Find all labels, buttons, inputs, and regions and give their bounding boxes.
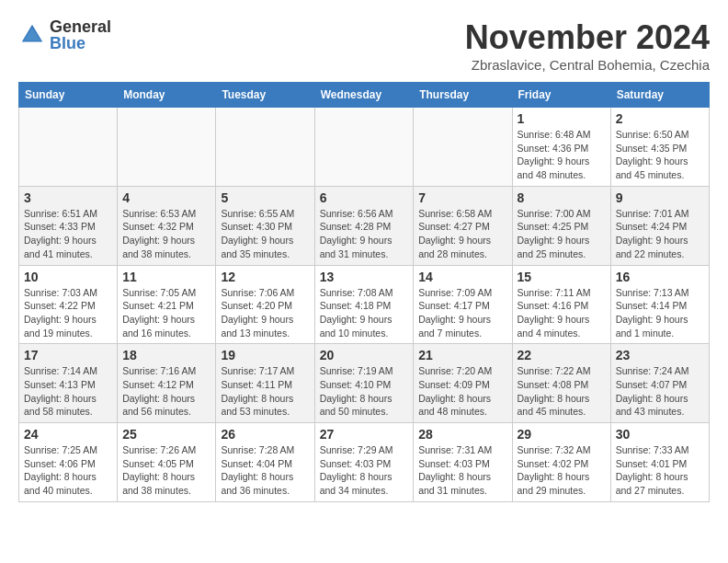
calendar-cell: 16Sunrise: 7:13 AM Sunset: 4:14 PM Dayli… [610, 265, 709, 344]
day-info: Sunrise: 7:32 AM Sunset: 4:02 PM Dayligh… [518, 443, 606, 498]
calendar-cell: 29Sunrise: 7:32 AM Sunset: 4:02 PM Dayli… [512, 423, 610, 502]
calendar-cell [118, 108, 216, 187]
calendar-cell: 1Sunrise: 6:48 AM Sunset: 4:36 PM Daylig… [512, 108, 610, 187]
day-info: Sunrise: 7:28 AM Sunset: 4:04 PM Dayligh… [221, 443, 309, 498]
day-number: 21 [418, 348, 506, 362]
week-row-4: 17Sunrise: 7:14 AM Sunset: 4:13 PM Dayli… [19, 344, 710, 423]
calendar-cell: 23Sunrise: 7:24 AM Sunset: 4:07 PM Dayli… [610, 344, 709, 423]
calendar-cell: 19Sunrise: 7:17 AM Sunset: 4:11 PM Dayli… [216, 344, 314, 423]
calendar-cell [19, 108, 118, 187]
calendar-cell: 20Sunrise: 7:19 AM Sunset: 4:10 PM Dayli… [314, 344, 414, 423]
day-info: Sunrise: 7:16 AM Sunset: 4:12 PM Dayligh… [122, 364, 210, 419]
title-block: November 2024 Zbraslavice, Central Bohem… [465, 18, 710, 73]
day-info: Sunrise: 6:50 AM Sunset: 4:35 PM Dayligh… [616, 128, 704, 182]
day-info: Sunrise: 7:05 AM Sunset: 4:21 PM Dayligh… [122, 286, 210, 340]
day-number: 16 [616, 270, 704, 284]
calendar-table: SundayMondayTuesdayWednesdayThursdayFrid… [18, 82, 710, 502]
calendar-cell: 27Sunrise: 7:29 AM Sunset: 4:03 PM Dayli… [314, 423, 414, 502]
day-info: Sunrise: 6:58 AM Sunset: 4:27 PM Dayligh… [418, 207, 506, 261]
day-info: Sunrise: 7:29 AM Sunset: 4:03 PM Dayligh… [320, 443, 409, 498]
day-number: 17 [24, 348, 112, 362]
calendar-cell: 22Sunrise: 7:22 AM Sunset: 4:08 PM Dayli… [512, 344, 610, 423]
calendar-cell: 30Sunrise: 7:33 AM Sunset: 4:01 PM Dayli… [610, 423, 709, 502]
day-number: 5 [221, 190, 309, 205]
day-number: 4 [122, 190, 210, 205]
calendar-cell: 25Sunrise: 7:26 AM Sunset: 4:05 PM Dayli… [118, 423, 216, 502]
calendar-cell: 6Sunrise: 6:56 AM Sunset: 4:28 PM Daylig… [314, 186, 414, 265]
calendar-cell: 10Sunrise: 7:03 AM Sunset: 4:22 PM Dayli… [19, 265, 118, 344]
day-info: Sunrise: 7:14 AM Sunset: 4:13 PM Dayligh… [24, 364, 112, 419]
calendar-cell: 18Sunrise: 7:16 AM Sunset: 4:12 PM Dayli… [118, 344, 216, 423]
day-info: Sunrise: 7:01 AM Sunset: 4:24 PM Dayligh… [616, 207, 704, 261]
day-info: Sunrise: 6:48 AM Sunset: 4:36 PM Dayligh… [518, 128, 606, 182]
week-row-5: 24Sunrise: 7:25 AM Sunset: 4:06 PM Dayli… [19, 423, 710, 502]
weekday-header-monday: Monday [118, 83, 216, 108]
day-number: 10 [24, 270, 112, 284]
weekday-header-tuesday: Tuesday [216, 83, 314, 108]
week-row-2: 3Sunrise: 6:51 AM Sunset: 4:33 PM Daylig… [19, 186, 710, 265]
logo: General Blue [18, 18, 111, 52]
day-number: 2 [616, 111, 704, 126]
day-info: Sunrise: 6:51 AM Sunset: 4:33 PM Dayligh… [24, 207, 112, 261]
day-number: 28 [418, 427, 506, 442]
day-info: Sunrise: 7:20 AM Sunset: 4:09 PM Dayligh… [418, 364, 506, 419]
day-number: 19 [221, 348, 309, 362]
day-info: Sunrise: 7:19 AM Sunset: 4:10 PM Dayligh… [320, 364, 409, 419]
logo-text: General Blue [50, 18, 111, 52]
weekday-header-saturday: Saturday [610, 83, 709, 108]
day-info: Sunrise: 6:53 AM Sunset: 4:32 PM Dayligh… [122, 207, 210, 261]
logo-general: General [50, 18, 111, 35]
day-info: Sunrise: 6:55 AM Sunset: 4:30 PM Dayligh… [221, 207, 309, 261]
day-info: Sunrise: 7:26 AM Sunset: 4:05 PM Dayligh… [122, 443, 210, 498]
page-header: General Blue November 2024 Zbraslavice, … [18, 18, 710, 73]
day-info: Sunrise: 7:17 AM Sunset: 4:11 PM Dayligh… [221, 364, 309, 419]
logo-blue: Blue [50, 35, 111, 52]
month-title: November 2024 [465, 18, 710, 57]
weekday-header-thursday: Thursday [414, 83, 512, 108]
day-number: 25 [122, 427, 210, 442]
calendar-cell: 4Sunrise: 6:53 AM Sunset: 4:32 PM Daylig… [118, 186, 216, 265]
day-number: 26 [221, 427, 309, 442]
calendar-cell [414, 108, 512, 187]
weekday-header-wednesday: Wednesday [314, 83, 414, 108]
calendar-cell: 28Sunrise: 7:31 AM Sunset: 4:03 PM Dayli… [414, 423, 512, 502]
day-number: 20 [320, 348, 409, 362]
day-number: 7 [418, 190, 506, 205]
day-number: 27 [320, 427, 409, 442]
week-row-3: 10Sunrise: 7:03 AM Sunset: 4:22 PM Dayli… [19, 265, 710, 344]
calendar-cell [314, 108, 414, 187]
calendar-cell: 2Sunrise: 6:50 AM Sunset: 4:35 PM Daylig… [610, 108, 709, 187]
day-number: 6 [320, 190, 409, 205]
day-number: 11 [122, 270, 210, 284]
week-row-1: 1Sunrise: 6:48 AM Sunset: 4:36 PM Daylig… [19, 108, 710, 187]
day-number: 12 [221, 270, 309, 284]
day-number: 15 [518, 270, 606, 284]
day-number: 1 [518, 111, 606, 126]
day-info: Sunrise: 7:03 AM Sunset: 4:22 PM Dayligh… [24, 286, 112, 340]
calendar-cell: 11Sunrise: 7:05 AM Sunset: 4:21 PM Dayli… [118, 265, 216, 344]
day-info: Sunrise: 7:08 AM Sunset: 4:18 PM Dayligh… [320, 286, 409, 340]
calendar-cell [216, 108, 314, 187]
day-info: Sunrise: 7:33 AM Sunset: 4:01 PM Dayligh… [616, 443, 704, 498]
day-info: Sunrise: 7:13 AM Sunset: 4:14 PM Dayligh… [616, 286, 704, 340]
day-number: 14 [418, 270, 506, 284]
calendar-cell: 13Sunrise: 7:08 AM Sunset: 4:18 PM Dayli… [314, 265, 414, 344]
calendar-cell: 9Sunrise: 7:01 AM Sunset: 4:24 PM Daylig… [610, 186, 709, 265]
day-number: 23 [616, 348, 704, 362]
day-number: 8 [518, 190, 606, 205]
calendar-cell: 17Sunrise: 7:14 AM Sunset: 4:13 PM Dayli… [19, 344, 118, 423]
weekday-header-row: SundayMondayTuesdayWednesdayThursdayFrid… [19, 83, 710, 108]
day-info: Sunrise: 6:56 AM Sunset: 4:28 PM Dayligh… [320, 207, 409, 261]
day-number: 24 [24, 427, 112, 442]
day-number: 9 [616, 190, 704, 205]
day-info: Sunrise: 7:09 AM Sunset: 4:17 PM Dayligh… [418, 286, 506, 340]
logo-icon [18, 21, 46, 49]
day-info: Sunrise: 7:25 AM Sunset: 4:06 PM Dayligh… [24, 443, 112, 498]
day-info: Sunrise: 7:31 AM Sunset: 4:03 PM Dayligh… [418, 443, 506, 498]
calendar-cell: 12Sunrise: 7:06 AM Sunset: 4:20 PM Dayli… [216, 265, 314, 344]
location: Zbraslavice, Central Bohemia, Czechia [465, 57, 710, 73]
day-number: 3 [24, 190, 112, 205]
calendar-cell: 8Sunrise: 7:00 AM Sunset: 4:25 PM Daylig… [512, 186, 610, 265]
day-number: 29 [518, 427, 606, 442]
calendar-cell: 14Sunrise: 7:09 AM Sunset: 4:17 PM Dayli… [414, 265, 512, 344]
